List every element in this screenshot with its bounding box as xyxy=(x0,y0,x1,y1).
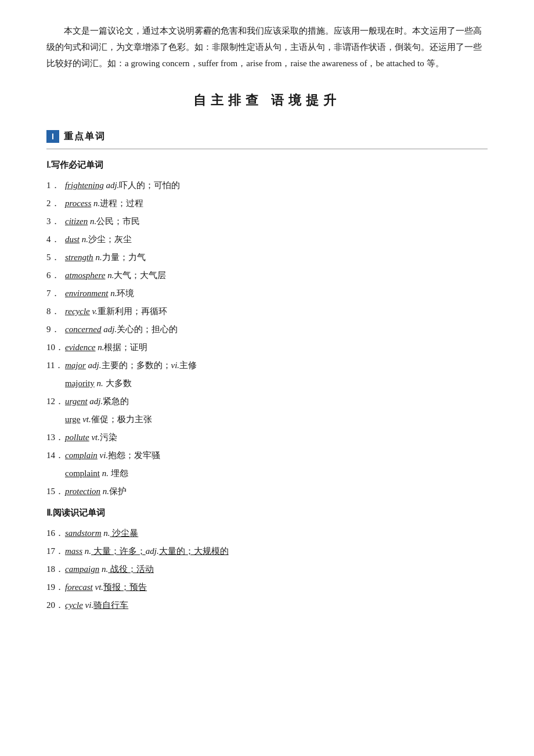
list-item: 16． sandstorm n. 沙尘暴 xyxy=(46,525,488,541)
list-item: urge vt.催促；极力主张 xyxy=(65,412,488,427)
list-item: 11． major adj.主要的；多数的；vi.主修 xyxy=(46,358,488,373)
list-item: 20． cycle vi.骑自行车 xyxy=(46,597,488,613)
list-item: 3． citizen n.公民；市民 xyxy=(46,214,488,229)
section1-badge: I xyxy=(46,130,59,143)
list-item: 12． urgent adj.紧急的 xyxy=(46,394,488,409)
list-item: 2． process n.进程；过程 xyxy=(46,196,488,211)
vocab-list-writing: 1． frightening adj.吓人的；可怕的 2． process n.… xyxy=(46,178,488,499)
list-item: 5． strength n.力量；力气 xyxy=(46,250,488,265)
section1-header: I 重点单词 xyxy=(46,128,488,149)
list-item: 17． mass n. 大量；许多；adj.大量的；大规模的 xyxy=(46,543,488,559)
vocab-list-reading: 16． sandstorm n. 沙尘暴 17． mass n. 大量；许多；a… xyxy=(46,525,488,613)
list-item: 18． campaign n. 战役；活动 xyxy=(46,561,488,577)
list-item: 10． evidence n.根据；证明 xyxy=(46,340,488,355)
list-item: 19． forecast vt.预报；预告 xyxy=(46,579,488,595)
list-item: 14． complain vi.抱怨；发牢骚 xyxy=(46,448,488,463)
intro-paragraph: 本文是一篇议论文，通过本文说明雾霾的危害和我们应该采取的措施。应该用一般现在时。… xyxy=(46,23,488,71)
subsection2-title: Ⅱ.阅读识记单词 xyxy=(46,505,488,521)
list-item: 1． frightening adj.吓人的；可怕的 xyxy=(46,178,488,193)
list-item: complaint n. 埋怨 xyxy=(65,466,488,481)
subsection1-title: Ⅰ.写作必记单词 xyxy=(46,157,488,173)
section1-label: 重点单词 xyxy=(64,128,106,145)
list-item: 8． recycle v.重新利用；再循环 xyxy=(46,304,488,319)
list-item: 9． concerned adj.关心的；担心的 xyxy=(46,322,488,337)
main-title: 自主排查 语境提升 xyxy=(46,89,488,112)
list-item: 13． pollute vt.污染 xyxy=(46,430,488,445)
list-item: majority n. 大多数 xyxy=(65,376,488,391)
list-item: 4． dust n.沙尘；灰尘 xyxy=(46,232,488,247)
list-item: 7． environment n.环境 xyxy=(46,286,488,301)
list-item: 6． atmosphere n.大气；大气层 xyxy=(46,268,488,283)
list-item: 15． protection n.保护 xyxy=(46,484,488,499)
